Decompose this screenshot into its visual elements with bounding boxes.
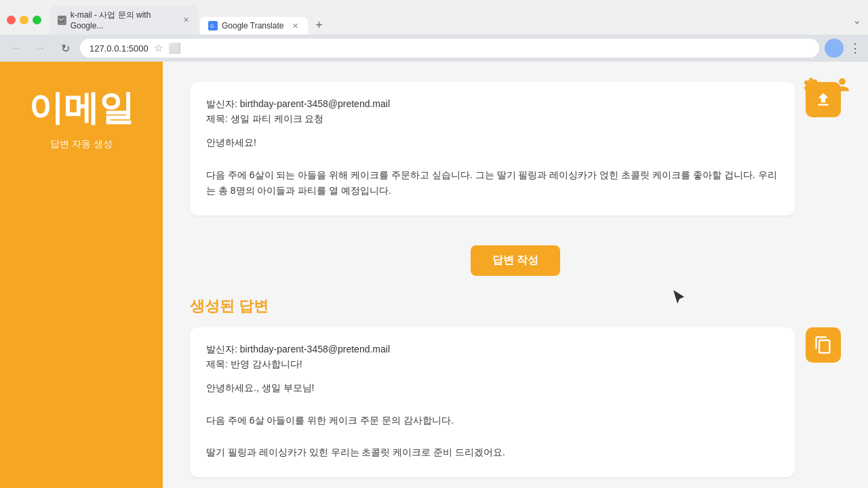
original-email-card: 발신자: birthday-parent-3458@pretend.mail 제…: [190, 82, 795, 216]
tab-translate-label: Google Translate: [222, 21, 283, 30]
email-greeting: 안녕하세요!: [206, 135, 778, 151]
back-btn[interactable]: ←: [7, 39, 26, 58]
address-url: 127.0.0.1:5000: [90, 43, 149, 54]
copy-btn[interactable]: [806, 327, 841, 363]
email-body-text: 다음 주에 6살이 되는 아들을 위해 케이크를 주문하고 싶습니다. 그는 딸…: [206, 167, 778, 200]
maximize-window-btn[interactable]: [33, 16, 41, 24]
sidebar: 이메일 답변 자동 생성: [0, 62, 163, 488]
reply-from: 발신자: birthday-parent-3458@pretend.mail: [206, 344, 778, 356]
extensions-icon[interactable]: ⬜: [168, 42, 181, 54]
tab-mail-label: k-mail - 사업 문의 with Google...: [71, 9, 176, 30]
profile-icon-btn[interactable]: [830, 73, 854, 97]
new-tab-btn[interactable]: +: [309, 16, 328, 35]
bookmark-icon[interactable]: ☆: [154, 42, 163, 54]
reply-greeting: 안녕하세요., 생일 부모님!: [206, 380, 778, 396]
generated-reply-title: 생성된 답변: [190, 296, 841, 317]
browser-chrome: k-mail - 사업 문의 with Google... ✕ G Google…: [0, 0, 868, 62]
svg-text:G: G: [210, 24, 214, 28]
browser-menu-btn[interactable]: ⋮: [849, 41, 861, 56]
sidebar-title: 이메일: [28, 89, 134, 127]
address-bar[interactable]: 127.0.0.1:5000 ☆ ⬜: [80, 39, 819, 58]
profile-avatar[interactable]: [825, 39, 844, 58]
email-original-body: 안녕하세요! 다음 주에 6살이 되는 아들을 위해 케이크를 주문하고 싶습니…: [206, 135, 778, 199]
reply-email-card: 발신자: birthday-parent-3458@pretend.mail 제…: [190, 327, 795, 477]
chevron-down-icon[interactable]: ⌄: [853, 15, 861, 26]
window-controls: [7, 16, 41, 24]
svg-point-3: [827, 52, 841, 58]
tab-translate-favicon: G: [208, 21, 218, 30]
compose-reply-btn[interactable]: 답변 작성: [471, 245, 560, 276]
reload-btn[interactable]: ↻: [56, 39, 75, 58]
tab-mail-favicon: [58, 16, 66, 25]
reply-body: 안녕하세요., 생일 부모님! 다음 주에 6살 아들이를 위한 케이크 주문 …: [206, 380, 778, 461]
reply-section: 발신자: birthday-parent-3458@pretend.mail 제…: [190, 327, 841, 488]
reply-body2: 딸기 필링과 레이싱카가 있힌 우리는 초콜릿 케이크로 준비 드리겠어요.: [206, 445, 778, 461]
minimize-window-btn[interactable]: [20, 16, 28, 24]
reply-body1: 다음 주에 6살 아들이를 위한 케이크 주문 문의 감사합니다.: [206, 413, 778, 429]
email-from: 발신자: birthday-parent-3458@pretend.mail: [206, 98, 778, 110]
tab-translate-close[interactable]: ✕: [290, 21, 300, 30]
sidebar-subtitle: 답변 자동 생성: [50, 138, 113, 150]
close-window-btn[interactable]: [7, 16, 16, 24]
tab-translate[interactable]: G Google Translate ✕: [200, 17, 308, 35]
forward-btn[interactable]: →: [31, 39, 50, 58]
tab-mail[interactable]: k-mail - 사업 문의 with Google... ✕: [50, 5, 199, 35]
page: 이메일 답변 자동 생성 발신자: birthday-parent-3458@p…: [0, 62, 868, 488]
tab-bar: k-mail - 사업 문의 with Google... ✕ G Google…: [50, 5, 848, 35]
tab-mail-close[interactable]: ✕: [182, 16, 191, 25]
browser-nav: ← → ↻ 127.0.0.1:5000 ☆ ⬜ ⋮: [0, 35, 868, 62]
tab-end: ⌄: [853, 15, 861, 26]
reply-subject: 제목: 반영 감사합니다!: [206, 359, 778, 371]
email-subject: 제목: 생일 파티 케이크 요청: [206, 113, 778, 125]
svg-rect-0: [58, 16, 64, 23]
title-bar: k-mail - 사업 문의 with Google... ✕ G Google…: [0, 0, 868, 35]
top-icons: [799, 73, 854, 97]
original-email-section: 발신자: birthday-parent-3458@pretend.mail 제…: [190, 82, 841, 229]
settings-icon-btn[interactable]: [799, 73, 823, 97]
main-content: 발신자: birthday-parent-3458@pretend.mail 제…: [163, 62, 868, 488]
svg-point-2: [830, 41, 838, 49]
